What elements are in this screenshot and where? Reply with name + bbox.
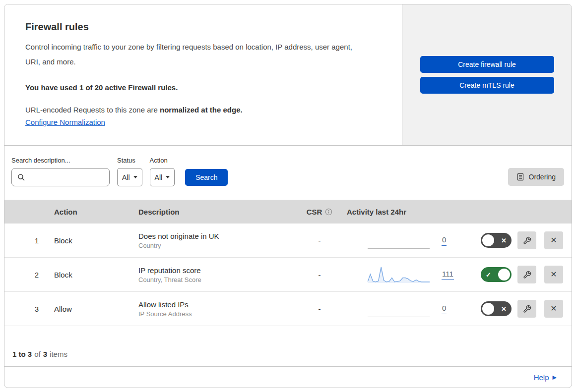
ordering-button[interactable]: Ordering: [508, 168, 564, 186]
chevron-down-icon: [133, 176, 137, 178]
search-field: Search description...: [11, 157, 110, 186]
page-description: Control incoming traffic to your zone by…: [25, 40, 353, 69]
rule-priority: 1: [4, 236, 54, 245]
toggle-knob: [498, 269, 510, 280]
header-info: Firewall rules Control incoming traffic …: [4, 4, 402, 145]
delete-rule-button[interactable]: ✕: [544, 231, 563, 249]
summary-total: 3: [43, 350, 47, 358]
info-icon[interactable]: [325, 208, 332, 216]
rule-action: Allow: [54, 305, 138, 313]
rule-enabled-toggle[interactable]: ✕: [481, 233, 512, 248]
caret-right-icon: ▶: [553, 375, 557, 380]
toggle-state-icon: ✕: [501, 233, 507, 248]
close-icon: ✕: [550, 236, 557, 244]
table-row: 1 Block Does not originate in UK Country…: [4, 224, 572, 258]
rule-description-cell: IP reputation score Country, Threat Scor…: [138, 266, 292, 283]
rule-fields: Country: [138, 242, 292, 249]
help-bar: Help ▶: [4, 366, 572, 388]
page-title: Firewall rules: [25, 21, 382, 33]
rule-priority: 2: [4, 271, 54, 279]
create-firewall-rule-button[interactable]: Create firewall rule: [420, 56, 554, 73]
wrench-icon: [523, 305, 531, 313]
main-card: Firewall rules Control incoming traffic …: [4, 4, 572, 388]
rule-activity-cell: 0: [347, 230, 476, 250]
rule-fields: Country, Threat Score: [138, 276, 292, 283]
column-header-activity: Activity last 24hr: [347, 208, 476, 216]
firewall-rules-page: Firewall rules Control incoming traffic …: [0, 0, 576, 392]
close-icon: ✕: [550, 305, 557, 313]
rule-description: IP reputation score: [138, 266, 292, 275]
status-label: Status: [117, 157, 142, 164]
column-header-action: Action: [54, 208, 138, 216]
rule-enabled-toggle[interactable]: ✓: [481, 267, 512, 282]
create-mtls-rule-button[interactable]: Create mTLS rule: [420, 77, 554, 94]
toggle-state-icon: ✕: [501, 301, 507, 316]
activity-count-link[interactable]: 0: [442, 304, 447, 314]
delete-rule-button[interactable]: ✕: [544, 300, 563, 318]
rule-description: Allow listed IPs: [138, 300, 292, 309]
toggle-knob: [482, 234, 494, 246]
summary-range: 1 to 3: [12, 350, 32, 358]
table-row: 3 Allow Allow listed IPs IP Source Addre…: [4, 292, 572, 326]
help-link[interactable]: Help ▶: [534, 373, 557, 382]
table-header-row: Action Description CSR Activity last 24h…: [4, 200, 572, 224]
action-dropdown-value: All: [155, 173, 163, 181]
rule-fields: IP Source Address: [138, 310, 292, 318]
header-section: Firewall rules Control incoming traffic …: [4, 4, 572, 146]
rule-action: Block: [54, 271, 138, 279]
filters-bar: Search description... Status All Action …: [4, 146, 572, 200]
action-label: Action: [150, 157, 175, 164]
activity-count-link[interactable]: 111: [442, 270, 454, 280]
search-button[interactable]: Search: [185, 169, 228, 186]
table-row: 2 Block IP reputation score Country, Thr…: [4, 258, 572, 292]
rule-csr-value: -: [292, 305, 347, 313]
activity-sparkline: [368, 265, 430, 284]
search-icon: [17, 173, 25, 181]
pagination-summary: 1 to 3 of 3 items: [4, 326, 572, 366]
list-document-icon: [516, 173, 524, 181]
help-label: Help: [534, 373, 549, 382]
wrench-icon: [523, 271, 531, 279]
rule-action: Block: [54, 236, 138, 245]
edit-rule-button[interactable]: [517, 266, 536, 283]
activity-sparkline: [368, 299, 430, 319]
activity-count-link[interactable]: 0: [442, 235, 447, 246]
rule-activity-cell: 0: [347, 299, 476, 319]
toggle-state-icon: ✓: [486, 267, 491, 282]
toggle-knob: [482, 303, 494, 315]
delete-rule-button[interactable]: ✕: [544, 266, 563, 283]
rule-description-cell: Allow listed IPs IP Source Address: [138, 300, 292, 318]
edit-rule-button[interactable]: [517, 300, 536, 318]
normalization-note: URL-encoded Requests to this zone are no…: [25, 106, 382, 114]
usage-note: You have used 1 of 20 active Firewall ru…: [25, 83, 382, 92]
search-input-box[interactable]: [11, 168, 110, 186]
column-header-description: Description: [138, 208, 292, 216]
action-dropdown[interactable]: All: [150, 168, 175, 186]
status-dropdown-value: All: [122, 173, 130, 181]
edit-rule-button[interactable]: [517, 231, 536, 249]
activity-sparkline: [368, 230, 430, 250]
rule-controls: ✕ ✕: [476, 300, 572, 318]
action-field: Action All: [150, 157, 175, 186]
search-label: Search description...: [11, 157, 110, 164]
close-icon: ✕: [550, 271, 557, 279]
ordering-button-label: Ordering: [529, 173, 556, 181]
rule-csr-value: -: [292, 271, 347, 279]
rule-controls: ✕ ✕: [476, 231, 572, 249]
configure-normalization-link[interactable]: Configure Normalization: [25, 118, 105, 126]
status-field: Status All: [117, 157, 142, 186]
actions-panel: Create firewall rule Create mTLS rule: [402, 4, 572, 145]
rule-description-cell: Does not originate in UK Country: [138, 232, 292, 249]
column-header-csr: CSR: [292, 208, 347, 216]
rule-csr-value: -: [292, 236, 347, 245]
wrench-icon: [523, 236, 531, 245]
rule-enabled-toggle[interactable]: ✕: [481, 301, 512, 316]
rule-controls: ✓ ✕: [476, 266, 572, 283]
rule-activity-cell: 111: [347, 265, 476, 284]
status-dropdown[interactable]: All: [117, 168, 142, 186]
chevron-down-icon: [166, 176, 170, 178]
rule-description: Does not originate in UK: [138, 232, 292, 240]
search-input[interactable]: [29, 173, 105, 182]
rule-priority: 3: [4, 305, 54, 313]
